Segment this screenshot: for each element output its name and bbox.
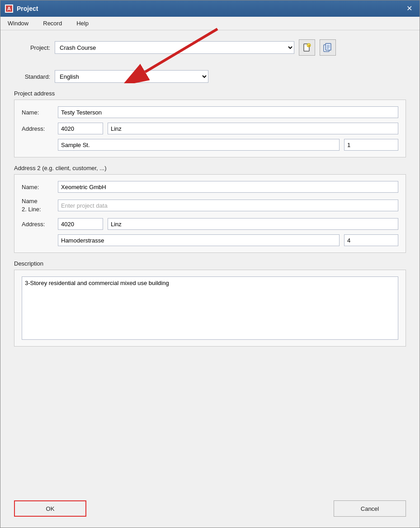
- project-address-section: Project address Name: Address:: [14, 90, 406, 157]
- a2-name-row: Name:: [22, 181, 398, 193]
- a2-name2-input[interactable]: [58, 200, 398, 211]
- form-content: Project: Crash Course ★: [0, 30, 420, 493]
- title-bar: A Project ✕: [0, 0, 420, 17]
- a2-address-label: Address:: [22, 221, 53, 228]
- pa-name-row: Name:: [22, 106, 398, 118]
- standard-label: Standard:: [14, 73, 50, 80]
- project-select[interactable]: Crash Course: [55, 41, 294, 54]
- menu-record[interactable]: Record: [40, 19, 65, 28]
- a2-address-row2: [22, 234, 398, 246]
- pa-name-label: Name:: [22, 109, 53, 116]
- menu-window[interactable]: Window: [5, 19, 31, 28]
- description-box: 3-Storey residential and commercial mixe…: [14, 270, 406, 347]
- pa-number-input[interactable]: [344, 139, 398, 151]
- project-label: Project:: [14, 44, 50, 51]
- main-window: A Project ✕ Window Record Help Project: …: [0, 0, 420, 528]
- app-icon: A: [5, 5, 13, 13]
- svg-text:★: ★: [308, 44, 310, 47]
- a2-name2-label: Name2. Line:: [22, 197, 53, 214]
- new-doc-button[interactable]: ★: [299, 39, 315, 56]
- a2-street-input[interactable]: [58, 234, 340, 246]
- pa-name-input[interactable]: [58, 106, 398, 118]
- pa-address-label: Address:: [22, 125, 53, 132]
- a2-name-label: Name:: [22, 184, 53, 190]
- pa-zip-input[interactable]: [58, 123, 103, 134]
- menu-bar: Window Record Help: [0, 17, 420, 30]
- window-title: Project: [17, 5, 38, 12]
- project-address-title: Project address: [14, 90, 406, 97]
- copy-doc-button[interactable]: [320, 39, 336, 56]
- title-bar-left: A Project: [5, 5, 38, 13]
- project-row: Project: Crash Course ★: [14, 39, 406, 56]
- standard-row: Standard: English: [14, 70, 406, 83]
- pa-city-input[interactable]: [108, 123, 398, 134]
- cancel-button[interactable]: Cancel: [334, 500, 406, 517]
- a2-address-row1: Address:: [22, 218, 398, 230]
- description-textarea[interactable]: 3-Storey residential and commercial mixe…: [22, 276, 398, 340]
- pa-address-row1: Address:: [22, 123, 398, 134]
- menu-help[interactable]: Help: [74, 19, 91, 28]
- pa-street-input[interactable]: [58, 139, 340, 151]
- address2-title: Address 2 (e.g. client, customer, ...): [14, 165, 406, 171]
- address2-box: Name: Name2. Line: Address:: [14, 174, 406, 253]
- a2-name-input[interactable]: [58, 181, 398, 193]
- address2-section: Address 2 (e.g. client, customer, ...) N…: [14, 165, 406, 253]
- a2-city-input[interactable]: [108, 218, 398, 230]
- ok-button[interactable]: OK: [14, 500, 86, 517]
- close-button[interactable]: ✕: [404, 4, 415, 13]
- a2-name2-row: Name2. Line:: [22, 197, 398, 214]
- pa-address-row2: [22, 139, 398, 151]
- description-title: Description: [14, 260, 406, 267]
- a2-zip-input[interactable]: [58, 218, 103, 230]
- bottom-bar: OK Cancel: [0, 493, 420, 528]
- description-section: Description 3-Storey residential and com…: [14, 260, 406, 347]
- standard-select[interactable]: English: [55, 70, 208, 83]
- a2-number-input[interactable]: [344, 234, 398, 246]
- project-address-box: Name: Address:: [14, 100, 406, 157]
